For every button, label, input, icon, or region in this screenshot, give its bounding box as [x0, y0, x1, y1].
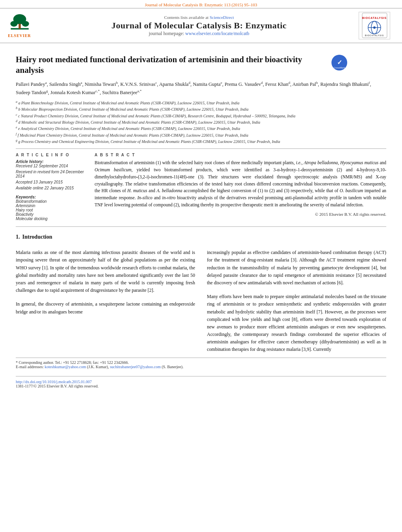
abstract-text: Biotransformation of artemisinin (1) wit… — [95, 159, 386, 209]
keyword-2: Artemisinin — [16, 204, 87, 208]
biocatalysis-icon: BIOCATALYSIS BIOCATALYSIS — [362, 13, 387, 38]
crossmark-icon: ✓ CrossMark — [331, 54, 348, 71]
journal-ref-text: Journal of Molecular Catalysis B: Enzyma… — [145, 2, 257, 7]
svg-text:BIOCATALYSIS: BIOCATALYSIS — [365, 34, 383, 37]
contents-available: Contents lists available at ScienceDirec… — [39, 15, 359, 20]
affiliation-f: f f Medicinal Plant Chemistry Division, … — [16, 132, 386, 138]
body-left-col: Malaria ranks as one of the most alarmin… — [16, 249, 195, 353]
svg-point-10 — [373, 26, 376, 29]
journal-reference-bar: Journal of Molecular Catalysis B: Enzyma… — [0, 0, 402, 8]
divider-1 — [16, 148, 386, 149]
section-number: 1. — [16, 234, 20, 240]
keyword-1: Biotransformation — [16, 199, 87, 204]
available-online: Available online 22 January 2015 — [16, 186, 87, 190]
svg-text:BIOCATALYSIS: BIOCATALYSIS — [362, 17, 386, 19]
received-revised-label: Received in revised form 24 December 201… — [16, 170, 87, 178]
affiliation-b: b b Molecular Bioprospection Division, C… — [16, 106, 386, 112]
svg-point-3 — [22, 21, 29, 27]
keyword-4: Bioactivity — [16, 212, 87, 217]
corresponding-author-note: * Corresponding author. Tel.: +91 522 27… — [16, 358, 386, 369]
abstract-column: A B S T R A C T Biotransformation of art… — [95, 153, 386, 221]
introduction-section: 1. Introduction Malaria ranks as one of … — [16, 234, 386, 353]
journal-header-center: Contents lists available at ScienceDirec… — [39, 15, 359, 37]
section-header: 1. Introduction — [16, 234, 386, 243]
body-two-col: Malaria ranks as one of the most alarmin… — [16, 249, 386, 353]
email1-link[interactable]: koteshkumar@yahoo.com — [45, 365, 86, 369]
keywords-list: Biotransformation Artemisinin Hairy root… — [16, 199, 87, 221]
authors: Pallavi Pandeya, Sailendra Singha, Nimis… — [16, 80, 386, 96]
received-date: Received 12 September 2014 — [16, 164, 87, 168]
divider-2 — [16, 226, 386, 227]
email2-link[interactable]: suchitrabanerjee07@yahoo.com — [110, 365, 161, 369]
elsevier-label: ELSEVIER — [8, 33, 31, 38]
elsevier-tree-icon — [8, 14, 32, 33]
email-label: E-mail addresses: — [16, 365, 44, 369]
history-label: Article history: — [16, 159, 87, 164]
biocatalysis-label: BIOCATALYSIS BIOCATALYSIS — [362, 13, 387, 39]
body-right-col: increasingly popular as effective candid… — [207, 249, 386, 353]
email1-name: (J.K. Kumar), — [87, 365, 109, 369]
journal-title: Journal of Molecular Catalysis B: Enzyma… — [39, 20, 359, 31]
page: Journal of Molecular Catalysis B: Enzyma… — [0, 0, 402, 532]
keyword-5: Molecular docking — [16, 217, 87, 221]
corresponding-tel: * Corresponding author. Tel.: +91 522 27… — [16, 360, 386, 365]
affiliations: a a Plant Biotechnology Division, Centra… — [16, 100, 386, 145]
affiliation-g: g g Process Chemistry and Chemical Engin… — [16, 138, 386, 145]
accepted-date: Accepted 13 January 2015 — [16, 180, 87, 184]
intro-paragraph-4: Many efforts have been made to prepare s… — [207, 293, 386, 354]
journal-header: ELSEVIER Contents lists available at Sci… — [0, 8, 402, 43]
email2-name: (S. Banerjee). — [162, 365, 183, 369]
email-info: E-mail addresses: koteshkumar@yahoo.com … — [16, 365, 386, 369]
copyright-text: © 2015 Elsevier B.V. All rights reserved… — [95, 212, 386, 217]
title-area: Hairy root mediated functional derivatiz… — [16, 47, 386, 80]
intro-paragraph-2: In general, the discovery of artemisinin… — [16, 300, 195, 315]
doi-link[interactable]: http://dx.doi.org/10.1016/j.molcatb.2015… — [16, 380, 92, 384]
crossmark-area: ✓ CrossMark — [331, 54, 348, 72]
article-info-column: A R T I C L E I N F O Article history: R… — [16, 153, 87, 221]
svg-point-2 — [10, 21, 17, 27]
svg-text:CrossMark: CrossMark — [333, 67, 345, 69]
section-title: Introduction — [22, 234, 52, 240]
article-title: Hairy root mediated functional derivatiz… — [16, 54, 323, 76]
footer: http://dx.doi.org/10.1016/j.molcatb.2015… — [16, 376, 386, 388]
homepage-link[interactable]: www.elsevier.com/locate/molcatb — [185, 31, 249, 36]
affiliation-a: a a Plant Biotechnology Division, Centra… — [16, 100, 386, 106]
journal-homepage: journal homepage: www.elsevier.com/locat… — [39, 31, 359, 37]
doi: http://dx.doi.org/10.1016/j.molcatb.2015… — [16, 380, 386, 384]
article-info-label: A R T I C L E I N F O — [16, 153, 87, 157]
affiliation-d: d d Metabolic and Structural Biology Div… — [16, 119, 386, 125]
biocatalysis-logo: BIOCATALYSIS BIOCATALYSIS — [359, 12, 390, 39]
affiliation-e: e e Analytical Chemistry Division, Centr… — [16, 125, 386, 132]
keywords-label: Keywords: — [16, 195, 87, 199]
keyword-3: Hairy root — [16, 208, 87, 212]
issn: 1381-1177/© 2015 Elsevier B.V. All right… — [16, 384, 386, 388]
article-info-abstract: A R T I C L E I N F O Article history: R… — [16, 153, 386, 221]
content-area: Hairy root mediated functional derivatiz… — [0, 43, 402, 396]
intro-paragraph-1: Malaria ranks as one of the most alarmin… — [16, 249, 195, 294]
abstract-label: A B S T R A C T — [95, 153, 386, 157]
elsevier-logo: ELSEVIER — [8, 14, 39, 38]
affiliation-c: c c Natural Product Chemistry Division, … — [16, 113, 386, 119]
svg-rect-4 — [19, 24, 20, 29]
intro-paragraph-3: increasingly popular as effective candid… — [207, 249, 386, 287]
svg-text:✓: ✓ — [337, 59, 342, 66]
